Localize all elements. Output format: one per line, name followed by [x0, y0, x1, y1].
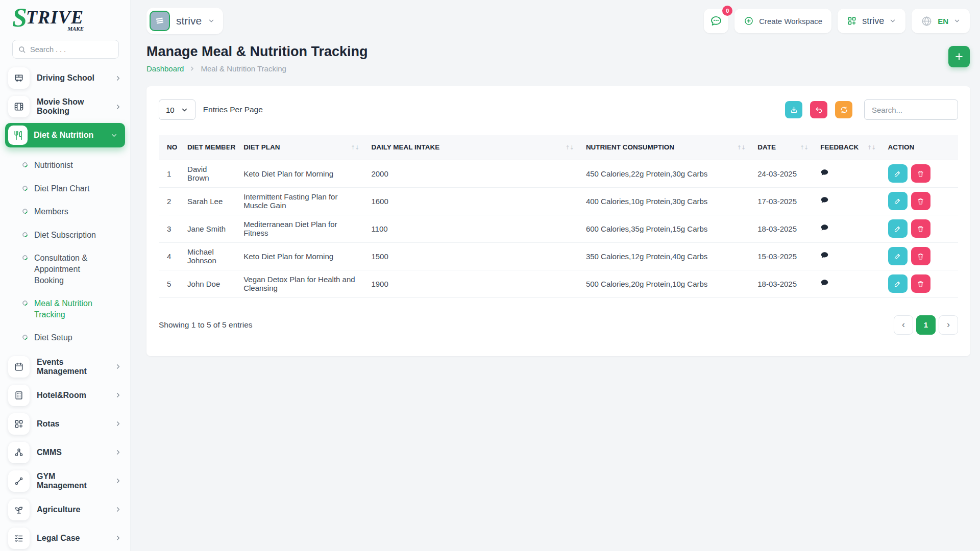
pagination-page-1[interactable]: 1 [916, 315, 936, 335]
refresh-button[interactable] [835, 101, 852, 118]
sidebar-item-gym-management[interactable]: GYM Management [0, 467, 130, 495]
submenu-item-diet-setup[interactable]: Diet Setup [0, 326, 130, 349]
sidebar-search-input[interactable] [30, 45, 113, 54]
column-header-no: NO [159, 135, 179, 160]
table-header-row: NO DIET MEMBER↑↓ DIET PLAN↑↓ DAILY MEAL … [159, 135, 958, 160]
edit-button[interactable] [888, 164, 908, 183]
submenu-item-diet-subscription[interactable]: Diet Subscription [0, 223, 130, 247]
entries-per-page-select[interactable]: 10 [159, 99, 195, 120]
feedback-bubble-icon[interactable] [820, 196, 829, 205]
table-row: 5 John Doe Vegan Detox Plan for Health a… [159, 270, 958, 297]
pencil-icon [894, 225, 901, 233]
cell-diet-plan: Keto Diet Plan for Morning [235, 160, 363, 187]
sidebar-item-rotas[interactable]: Rotas [0, 410, 130, 438]
cell-diet-member: Sarah Lee [179, 187, 235, 215]
submenu-item-diet-plan-chart[interactable]: Diet Plan Chart [0, 177, 130, 201]
sort-icon[interactable]: ↑↓ [565, 144, 573, 151]
chat-button[interactable]: 0 [704, 9, 728, 33]
submenu-item-members[interactable]: Members [0, 200, 130, 223]
edit-button[interactable] [888, 219, 908, 238]
sidebar-item-agriculture[interactable]: Agriculture [0, 495, 130, 524]
language-selector[interactable]: EN [912, 9, 970, 33]
undo-arrow-icon [815, 106, 823, 114]
delete-button[interactable] [911, 164, 930, 183]
column-header-diet-member[interactable]: DIET MEMBER↑↓ [179, 135, 235, 160]
feedback-bubble-icon[interactable] [820, 251, 829, 260]
brand-initial: S [12, 6, 26, 30]
export-button[interactable] [785, 101, 802, 118]
edit-button[interactable] [888, 247, 908, 265]
table-controls: 10 Entries Per Page [159, 99, 958, 120]
breadcrumb: Dashboard Meal & Nutrition Tracking [146, 64, 368, 73]
submenu-item-consultation-appointment-booking[interactable]: Consultation & Appointment Booking [0, 246, 130, 292]
workspace-pill[interactable]: strive [146, 8, 223, 34]
sidebar-item-label: GYM Management [37, 472, 107, 490]
sidebar-item-label: Events Management [37, 358, 107, 376]
delete-button[interactable] [911, 192, 930, 210]
feedback-bubble-icon[interactable] [820, 279, 829, 287]
search-icon [18, 45, 26, 54]
undo-button[interactable] [810, 101, 827, 118]
feedback-bubble-icon[interactable] [820, 168, 829, 177]
cell-date: 18-03-2025 [749, 215, 812, 242]
pagination-prev-button[interactable]: ‹ [894, 315, 913, 335]
column-header-diet-plan[interactable]: DIET PLAN↑↓ [235, 135, 363, 160]
sort-icon[interactable]: ↑↓ [800, 144, 808, 151]
table-search-input[interactable] [864, 99, 958, 120]
sort-icon[interactable]: ↑↓ [737, 144, 745, 151]
brand-logo: S TRIVE MAKE [0, 0, 130, 35]
sort-icon[interactable]: ↑↓ [223, 144, 231, 151]
column-header-daily-meal-intake[interactable]: DAILY MEAL INTAKE↑↓ [363, 135, 577, 160]
sidebar-item-legal-case[interactable]: Legal Case [0, 524, 130, 551]
sidebar-item-cmms[interactable]: CMMS [0, 438, 130, 467]
circle-bullet-icon [21, 161, 29, 168]
submenu-item-meal-nutrition-tracking[interactable]: Meal & Nutrition Tracking [0, 292, 130, 326]
chevron-down-icon [181, 106, 188, 114]
chevron-right-icon [114, 74, 122, 82]
sort-icon[interactable]: ↑↓ [351, 144, 359, 151]
sidebar-item-diet-nutrition[interactable]: Diet & Nutrition [5, 123, 125, 147]
cell-nutrient-consumption: 350 Calories,12g Protein,40g Carbs [578, 242, 749, 270]
workspace-grid-icon [847, 16, 857, 26]
delete-button[interactable] [911, 247, 930, 265]
feedback-bubble-icon[interactable] [820, 223, 829, 232]
bus-icon [8, 67, 30, 89]
workspace-selector[interactable]: strive [838, 9, 905, 33]
sidebar-item-events-management[interactable]: Events Management [0, 353, 130, 381]
table-row: 3 Jane Smith Mediterranean Diet Plan for… [159, 215, 958, 242]
column-header-nutrient-consumption[interactable]: NUTRIENT CONSUMPTION↑↓ [578, 135, 749, 160]
cell-date: 15-03-2025 [749, 242, 812, 270]
sidebar-item-driving-school[interactable]: Driving School [0, 64, 130, 92]
chevron-right-icon [114, 420, 122, 428]
delete-button[interactable] [911, 219, 930, 238]
delete-button[interactable] [911, 274, 930, 293]
pencil-icon [894, 170, 901, 178]
add-record-button[interactable] [948, 46, 970, 67]
chevron-right-icon [114, 391, 122, 399]
sidebar-item-movie-show-booking[interactable]: Movie Show Booking [0, 92, 130, 121]
topbar: strive 0 Create Workspace strive [131, 0, 980, 36]
cell-no: 4 [159, 242, 179, 270]
app-root: S TRIVE MAKE Driving School Movie Show B… [0, 0, 980, 551]
trash-icon [917, 280, 924, 288]
sidebar-item-label: Driving School [37, 73, 107, 83]
cell-daily-meal-intake: 2000 [363, 160, 577, 187]
entries-per-page-label: Entries Per Page [203, 105, 263, 114]
edit-button[interactable] [888, 274, 908, 293]
create-workspace-label: Create Workspace [759, 17, 822, 26]
sort-icon[interactable]: ↑↓ [867, 144, 875, 151]
column-header-feedback[interactable]: FEEDBACK↑↓ [812, 135, 879, 160]
submenu-item-nutritionist[interactable]: Nutritionist [0, 154, 130, 177]
sidebar-item-label: Legal Case [37, 534, 107, 543]
pagination-next-button[interactable]: › [939, 315, 958, 335]
seedling-icon [8, 499, 30, 520]
utensils-icon [8, 126, 28, 145]
workspace-selector-name: strive [862, 16, 884, 27]
sidebar-item-hotel-room[interactable]: Hotel&Room [0, 381, 130, 410]
cell-date: 24-03-2025 [749, 160, 812, 187]
create-workspace-button[interactable]: Create Workspace [734, 9, 831, 33]
breadcrumb-dashboard-link[interactable]: Dashboard [146, 64, 184, 73]
column-header-date[interactable]: DATE↑↓ [749, 135, 812, 160]
edit-button[interactable] [888, 192, 908, 210]
nodes-icon [8, 442, 30, 463]
